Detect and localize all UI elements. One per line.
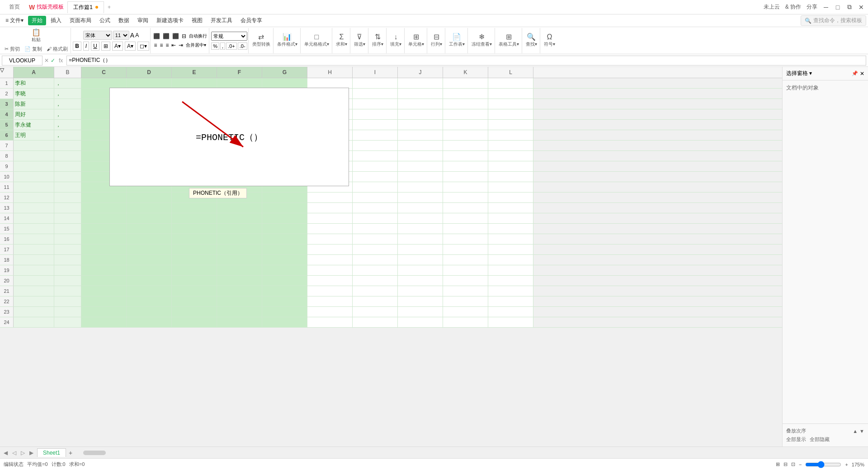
cell-F14[interactable]	[217, 213, 262, 223]
cell-K11[interactable]	[443, 182, 488, 192]
menu-start[interactable]: 开始	[28, 16, 46, 25]
cell-B12[interactable]	[54, 193, 81, 202]
cell-C20[interactable]	[81, 276, 127, 286]
cell-G15[interactable]	[262, 224, 307, 234]
cell-C1[interactable]	[81, 78, 127, 88]
cell-A4[interactable]: 周好	[14, 109, 54, 119]
cell-B9[interactable]	[54, 161, 81, 171]
cell-C18[interactable]	[81, 255, 127, 265]
cell-H19[interactable]	[307, 265, 353, 275]
cell-I1[interactable]	[353, 78, 398, 88]
cell-H14[interactable]	[307, 213, 353, 223]
find-button[interactable]: 🔍 查找▾	[524, 33, 539, 48]
cell-E19[interactable]	[172, 265, 217, 275]
col-header-D[interactable]: D	[127, 67, 172, 78]
cell-H18[interactable]	[307, 255, 353, 265]
cell-D22[interactable]	[127, 296, 172, 306]
cell-K19[interactable]	[443, 265, 488, 275]
cell-E23[interactable]	[172, 307, 217, 317]
view-page-button[interactable]: ⊡	[791, 461, 795, 467]
cell-L2[interactable]	[488, 89, 533, 99]
cell-H16[interactable]	[307, 234, 353, 244]
type-convert-button[interactable]: ⇄ 类型转换	[250, 33, 272, 48]
cell-F22[interactable]	[217, 296, 262, 306]
cell-K15[interactable]	[443, 224, 488, 234]
sheet-last-button[interactable]: ▶	[28, 450, 35, 456]
cell-F19[interactable]	[217, 265, 262, 275]
cell-L19[interactable]	[488, 265, 533, 275]
cell-J5[interactable]	[398, 120, 443, 130]
conditional-format-button[interactable]: 📊 条件格式▾	[275, 33, 299, 48]
cell-F18[interactable]	[217, 255, 262, 265]
horizontal-scrollbar[interactable]	[79, 450, 864, 456]
tile-button[interactable]: ⧉	[846, 4, 853, 10]
cell-J12[interactable]	[398, 193, 443, 202]
font-name-select[interactable]: 宋体	[83, 31, 112, 40]
collab-button[interactable]: & 协作	[785, 3, 801, 11]
logo-tab[interactable]: W 找版壳模板	[25, 1, 67, 13]
cell-J21[interactable]	[398, 286, 443, 296]
cell-I13[interactable]	[353, 203, 398, 213]
view-layout-button[interactable]: ⊟	[783, 461, 788, 467]
cell-K13[interactable]	[443, 203, 488, 213]
menu-view[interactable]: 视图	[188, 16, 206, 25]
cell-C19[interactable]	[81, 265, 127, 275]
cell-A22[interactable]	[14, 296, 54, 306]
cell-B20[interactable]	[54, 276, 81, 286]
cell-J1[interactable]	[398, 78, 443, 88]
cell-B5[interactable]: ，	[54, 120, 81, 130]
cell-A12[interactable]	[14, 193, 54, 202]
copy-button[interactable]: 📄 复制	[23, 45, 44, 53]
cell-A17[interactable]	[14, 244, 54, 254]
col-header-G[interactable]: G	[262, 67, 307, 78]
cell-L17[interactable]	[488, 244, 533, 254]
cell-D20[interactable]	[127, 276, 172, 286]
cell-A7[interactable]	[14, 141, 54, 150]
font-grow-button[interactable]: A	[130, 32, 134, 39]
cell-E1[interactable]	[172, 78, 217, 88]
cell-K21[interactable]	[443, 286, 488, 296]
cell-I3[interactable]	[353, 99, 398, 109]
col-header-E[interactable]: E	[172, 67, 217, 78]
home-tab[interactable]: 首页	[4, 1, 25, 13]
cell-I4[interactable]	[353, 109, 398, 119]
sheet-first-button[interactable]: ◁	[10, 450, 18, 456]
col-header-L[interactable]: L	[488, 67, 533, 78]
cell-I11[interactable]	[353, 182, 398, 192]
cell-C13[interactable]	[81, 203, 127, 213]
cell-I18[interactable]	[353, 255, 398, 265]
cut-button[interactable]: ✂ 剪切	[3, 45, 22, 53]
cell-G14[interactable]	[262, 213, 307, 223]
cell-B22[interactable]	[54, 296, 81, 306]
right-panel-title[interactable]: 选择窗格 ▾	[786, 70, 812, 77]
cell-button[interactable]: ⊞ 单元格▾	[406, 33, 426, 48]
font-size-select[interactable]: 11	[113, 31, 129, 40]
cell-K6[interactable]	[443, 130, 488, 140]
cell-D14[interactable]	[127, 213, 172, 223]
zoom-out-button[interactable]: −	[799, 462, 802, 467]
cell-C22[interactable]	[81, 296, 127, 306]
col-header-B[interactable]: B	[54, 67, 81, 78]
restore-button[interactable]: □	[835, 4, 841, 10]
cell-J19[interactable]	[398, 265, 443, 275]
cell-K9[interactable]	[443, 161, 488, 171]
comma-button[interactable]: ,	[220, 42, 225, 50]
cell-L7[interactable]	[488, 141, 533, 150]
cell-I6[interactable]	[353, 130, 398, 140]
cell-G20[interactable]	[262, 276, 307, 286]
cell-K20[interactable]	[443, 276, 488, 286]
cell-J22[interactable]	[398, 296, 443, 306]
cell-K2[interactable]	[443, 89, 488, 99]
cancel-formula-button[interactable]: ✕	[44, 57, 49, 64]
cell-I20[interactable]	[353, 276, 398, 286]
cell-J10[interactable]	[398, 172, 443, 182]
cell-G17[interactable]	[262, 244, 307, 254]
sheet-next-button[interactable]: ▷	[19, 450, 27, 456]
cell-F16[interactable]	[217, 234, 262, 244]
cell-J13[interactable]	[398, 203, 443, 213]
cell-A24[interactable]	[14, 317, 54, 327]
merge-center-button[interactable]: 合并居中▾	[185, 41, 207, 49]
cell-B11[interactable]	[54, 182, 81, 192]
cell-B17[interactable]	[54, 244, 81, 254]
cell-D21[interactable]	[127, 286, 172, 296]
